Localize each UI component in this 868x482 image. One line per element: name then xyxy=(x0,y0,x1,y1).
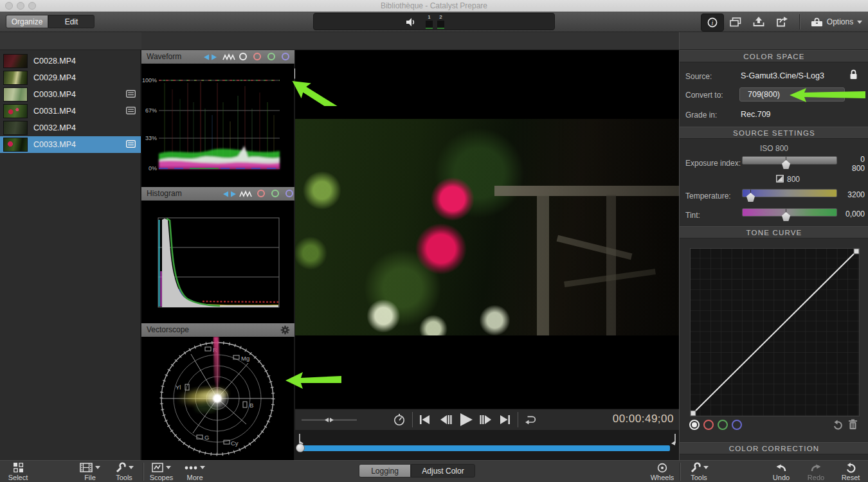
tools-right-button[interactable]: Tools xyxy=(684,462,714,481)
chevron-down-icon xyxy=(95,466,100,469)
clip-row-c0030[interactable]: C0030.MP4 xyxy=(0,86,141,103)
loop-playback-button[interactable] xyxy=(524,415,537,424)
tab-logging[interactable]: Logging xyxy=(359,464,411,478)
overlay-mode-icon[interactable] xyxy=(203,54,217,60)
source-label: Source: xyxy=(685,72,712,81)
share-button[interactable] xyxy=(774,13,790,30)
scopes-button[interactable]: Scopes xyxy=(145,462,177,481)
temperature-label: Temperature: xyxy=(685,192,731,201)
tint-value: 0,000 xyxy=(845,210,865,219)
clip-row-c0028[interactable]: C0028.MP4 xyxy=(0,53,141,69)
previous-frame-button[interactable] xyxy=(440,415,452,425)
film-icon xyxy=(80,463,93,472)
window-titlebar: Bibliothèque - Catalyst Prepare xyxy=(0,0,868,12)
lock-icon xyxy=(849,69,858,80)
info-button[interactable]: i xyxy=(701,13,724,31)
clip-notes-icon xyxy=(126,90,136,98)
green-channel-toggle[interactable] xyxy=(271,190,279,197)
curve-channel-blue-button[interactable] xyxy=(732,420,742,430)
exposure-index-slider[interactable] xyxy=(742,156,837,165)
overlay-mode-icon[interactable] xyxy=(222,191,237,197)
tools-left-button[interactable]: Tools xyxy=(109,462,139,481)
select-button[interactable]: Select xyxy=(5,462,32,481)
vectorscope-settings-gear-icon[interactable] xyxy=(280,325,290,335)
blue-channel-toggle[interactable] xyxy=(285,190,293,197)
undo-icon xyxy=(775,463,787,472)
upload-button[interactable] xyxy=(751,13,766,30)
histogram-trace xyxy=(141,201,294,323)
scopes-panel: Waveform 100% 67% 33% 0% xyxy=(141,50,294,460)
clip-list-button[interactable] xyxy=(728,13,743,30)
timeline-progress-bar[interactable] xyxy=(298,445,670,451)
next-frame-button[interactable] xyxy=(480,415,492,425)
reset-button[interactable]: Reset xyxy=(836,462,865,481)
color-space-section-header[interactable]: COLOR SPACE xyxy=(680,50,868,62)
curve-handle-high[interactable] xyxy=(854,249,859,254)
parade-mode-icon[interactable] xyxy=(222,53,237,61)
tone-curve-section-header[interactable]: TONE CURVE xyxy=(680,226,868,238)
clip-thumbnail xyxy=(3,138,28,152)
go-to-start-button[interactable] xyxy=(419,415,430,425)
svg-text:Yl: Yl xyxy=(176,384,181,391)
tint-slider-thumb[interactable] xyxy=(782,212,790,221)
select-grid-icon xyxy=(13,462,24,473)
curve-channel-red-button[interactable] xyxy=(703,420,714,430)
tab-organize[interactable]: Organize xyxy=(6,15,48,28)
playback-speed-icon[interactable] xyxy=(393,413,405,426)
options-button[interactable]: Options xyxy=(809,13,864,30)
temperature-slider-thumb[interactable] xyxy=(746,193,755,202)
red-channel-toggle[interactable] xyxy=(257,190,265,197)
tone-curve-editor[interactable] xyxy=(690,248,860,416)
exposure-index-slider-thumb[interactable] xyxy=(782,160,790,169)
curve-channel-luma-button[interactable] xyxy=(689,420,700,430)
undo-button[interactable]: Undo xyxy=(766,462,796,481)
clip-row-c0032[interactable]: C0032.MP4 xyxy=(0,120,141,136)
tab-adjust-color[interactable]: Adjust Color xyxy=(411,464,475,478)
svg-text:G: G xyxy=(204,434,209,441)
curve-delete-trash-icon[interactable] xyxy=(848,419,858,430)
clip-row-c0031[interactable]: C0031.MP4 xyxy=(0,103,141,120)
window-title: Bibliothèque - Catalyst Prepare xyxy=(0,1,868,10)
curve-handle-low[interactable] xyxy=(691,411,696,416)
temperature-slider[interactable] xyxy=(742,189,837,197)
mark-out-flag[interactable] xyxy=(670,434,676,445)
waveform-title: Waveform xyxy=(147,52,181,61)
shuttle-slider[interactable] xyxy=(302,418,357,422)
play-button[interactable] xyxy=(459,413,473,427)
go-to-end-button[interactable] xyxy=(500,415,511,425)
svg-text:B: B xyxy=(249,402,253,409)
clip-thumbnail xyxy=(3,121,28,135)
redo-button[interactable]: Redo xyxy=(801,462,831,481)
waveform-scope: 100% 67% 33% 0% xyxy=(141,64,294,186)
tint-slider[interactable] xyxy=(742,208,837,217)
source-value: S-Gamut3.Cine/S-Log3 xyxy=(741,71,824,80)
blue-channel-toggle[interactable] xyxy=(282,53,289,60)
green-channel-toggle[interactable] xyxy=(267,53,275,60)
timeline[interactable] xyxy=(295,430,679,460)
svg-text:i: i xyxy=(712,19,714,26)
wheels-icon xyxy=(657,463,667,473)
wrench-icon xyxy=(690,462,701,473)
luma-channel-toggle[interactable] xyxy=(239,53,247,60)
iso-label: ISO 800 xyxy=(680,144,868,153)
curve-reset-icon[interactable] xyxy=(833,420,843,430)
clip-row-c0033-selected[interactable]: C0033.MP4 xyxy=(0,136,141,153)
chevron-down-icon xyxy=(166,466,171,469)
reset-icon xyxy=(845,463,856,473)
red-channel-toggle[interactable] xyxy=(253,53,261,60)
source-settings-section-header[interactable]: SOURCE SETTINGS xyxy=(680,127,868,139)
curve-channel-green-button[interactable] xyxy=(718,420,728,430)
svg-text:Cy: Cy xyxy=(231,440,239,447)
parade-mode-icon[interactable] xyxy=(239,190,253,198)
tab-edit[interactable]: Edit xyxy=(48,15,95,28)
playhead-handle[interactable] xyxy=(296,443,305,452)
clip-row-c0029[interactable]: C0029.MP4 xyxy=(0,69,141,86)
clip-thumbnail xyxy=(3,104,28,118)
file-button[interactable]: File xyxy=(76,462,104,481)
more-button[interactable]: More xyxy=(181,462,209,481)
wheels-button[interactable]: Wheels xyxy=(647,462,678,481)
chevron-down-icon xyxy=(857,21,862,24)
histogram-header: Histogram xyxy=(141,187,294,201)
video-frame xyxy=(295,119,679,335)
color-correction-section-header[interactable]: COLOR CORRECTION xyxy=(680,442,868,454)
